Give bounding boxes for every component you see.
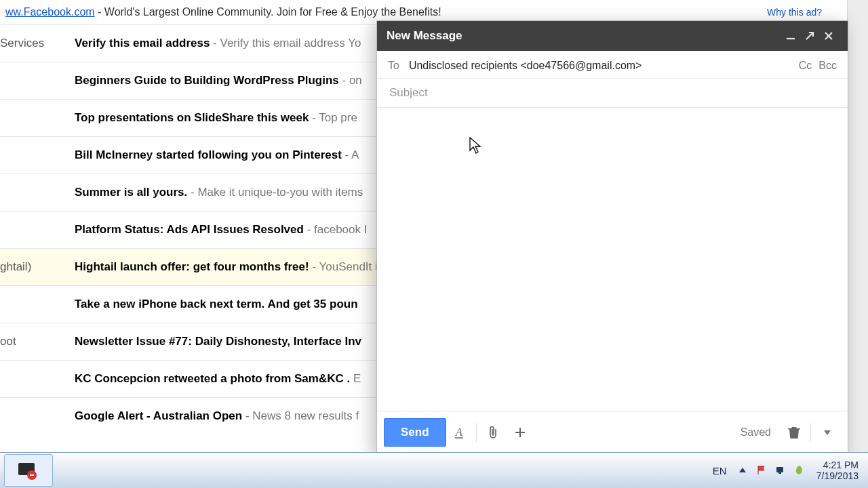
vertical-scrollbar[interactable] — [847, 0, 868, 453]
email-preview: - facebook I — [304, 223, 368, 236]
discard-button[interactable] — [781, 419, 808, 446]
email-subject-line: Platform Status: Ads API Issues Resolved… — [75, 223, 367, 237]
attach-button[interactable] — [479, 419, 507, 446]
svg-rect-11 — [30, 474, 34, 476]
email-sender: ghtail) — [0, 260, 75, 274]
compose-footer: Send A Saved — [377, 411, 848, 453]
email-subject: Top presentations on SlideShare this wee… — [75, 111, 309, 124]
ad-link[interactable]: ww.Facebook.com — [5, 6, 95, 18]
svg-marker-12 — [739, 468, 746, 472]
taskbar-left — [0, 453, 57, 488]
popout-button[interactable] — [800, 26, 819, 45]
saved-label: Saved — [741, 426, 771, 439]
email-subject-line: Google Alert - Australian Open - News 8 … — [75, 409, 359, 423]
to-label: To — [388, 60, 399, 72]
why-this-ad-link[interactable]: Why this ad? — [767, 7, 822, 18]
email-subject-line: Take a new iPhone back next term. And ge… — [75, 298, 358, 311]
email-subject-line: Hightail launch offer: get four months f… — [75, 260, 383, 274]
email-preview: - on — [339, 74, 362, 87]
more-options-button[interactable] — [814, 419, 841, 446]
to-row: To Cc Bcc — [377, 51, 848, 79]
email-subject: KC Concepcion retweeted a photo from Sam… — [75, 372, 350, 385]
svg-rect-14 — [778, 472, 781, 474]
email-subject: Platform Status: Ads API Issues Resolved — [75, 223, 304, 236]
email-subject: Google Alert - Australian Open — [75, 409, 242, 422]
email-subject-line: Summer is all yours. - Make it unique-to… — [75, 186, 363, 199]
email-subject-line: Beginners Guide to Building WordPress Pl… — [75, 74, 362, 87]
email-subject-line: Bill McInerney started following you on … — [75, 148, 359, 162]
email-subject: Bill McInerney started following you on … — [75, 148, 342, 161]
clock-date: 7/19/2013 — [816, 470, 859, 481]
language-indicator[interactable]: EN — [710, 464, 730, 478]
email-subject-line: Newsletter Issue #77: Daily Dishonesty, … — [75, 335, 361, 348]
send-button[interactable]: Send — [384, 418, 446, 447]
email-preview: - YouSendIt is — [309, 260, 384, 273]
email-sender: oot — [0, 335, 75, 348]
formatting-button[interactable]: A — [446, 419, 473, 446]
subject-row — [377, 79, 848, 108]
flag-icon[interactable] — [755, 464, 768, 476]
svg-marker-8 — [824, 430, 831, 435]
email-subject: Take a new iPhone back next term. And ge… — [75, 298, 358, 310]
clock[interactable]: 4:21 PM 7/19/2013 — [812, 460, 863, 481]
to-input[interactable] — [408, 59, 792, 73]
email-subject: Beginners Guide to Building WordPress Pl… — [75, 74, 339, 87]
cc-button[interactable]: Cc — [799, 60, 812, 72]
compose-window: New Message To Cc Bcc Send A — [376, 20, 848, 454]
email-preview: - Verify this email address Yo — [210, 37, 361, 49]
minimize-button[interactable] — [781, 26, 800, 45]
email-preview: - Make it unique-to-you with items — [187, 186, 363, 199]
email-subject: Verify this email address — [75, 37, 210, 49]
email-preview: - A — [342, 148, 359, 161]
taskbar-app-button[interactable] — [4, 454, 53, 487]
subject-input[interactable] — [388, 85, 840, 100]
close-button[interactable] — [819, 26, 838, 45]
compose-title: New Message — [387, 29, 781, 43]
taskbar: EN 4:21 PM 7/19/2013 — [0, 452, 868, 488]
svg-rect-13 — [776, 467, 783, 472]
system-tray: EN 4:21 PM 7/19/2013 — [710, 460, 868, 481]
email-subject-line: Verify this email address - Verify this … — [75, 37, 361, 50]
ad-rest: - World's Largest Online Community. Join… — [95, 6, 441, 18]
email-subject: Hightail launch offer: get four months f… — [75, 260, 309, 273]
separator — [810, 423, 811, 442]
network-icon[interactable] — [774, 464, 787, 476]
email-preview: - News 8 new results f — [242, 409, 359, 422]
show-hidden-icons-button[interactable] — [736, 464, 749, 476]
separator — [476, 423, 477, 442]
ad-text: ww.Facebook.com - World's Largest Online… — [5, 6, 767, 18]
email-subject: Newsletter Issue #77: Daily Dishonesty, … — [75, 335, 361, 348]
tray-app-icon[interactable] — [793, 464, 806, 476]
insert-button[interactable] — [507, 419, 534, 446]
bcc-button[interactable]: Bcc — [818, 60, 837, 72]
email-preview: - Top pre — [309, 111, 357, 124]
email-sender: Services — [0, 37, 75, 50]
svg-text:A: A — [455, 426, 462, 438]
email-subject: Summer is all yours. — [75, 186, 187, 199]
email-subject-line: KC Concepcion retweeted a photo from Sam… — [75, 372, 361, 386]
email-preview: E — [350, 372, 361, 385]
svg-line-1 — [806, 33, 813, 39]
email-subject-line: Top presentations on SlideShare this wee… — [75, 111, 357, 125]
compose-header: New Message — [377, 21, 848, 51]
clock-time: 4:21 PM — [816, 460, 859, 470]
